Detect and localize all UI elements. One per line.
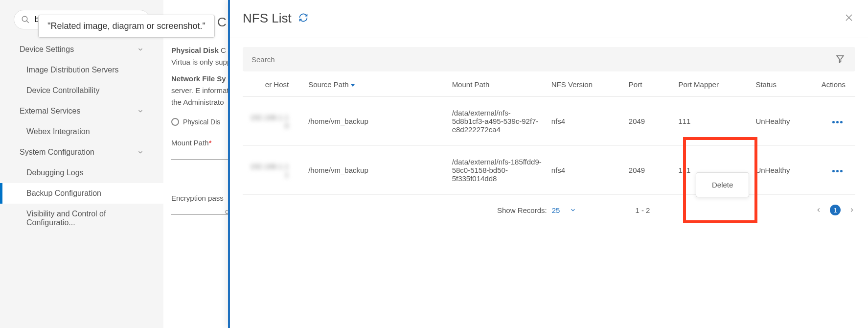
- nfs-version-value: nfs4: [547, 146, 624, 195]
- row-action-menu: Delete: [696, 172, 749, 197]
- nav-group-system-config[interactable]: System Configuration: [0, 142, 163, 163]
- svg-point-0: [22, 16, 27, 22]
- nav-group-label: System Configuration: [20, 148, 94, 157]
- svg-line-1: [26, 21, 29, 23]
- sidebar: "Related image, diagram or screenshot." …: [0, 0, 163, 328]
- nav-group-label: External Services: [20, 107, 81, 116]
- col-port-mapper[interactable]: Port Mapper: [673, 71, 751, 97]
- row-actions-button[interactable]: [829, 167, 845, 175]
- radio-icon: [171, 118, 179, 126]
- col-port[interactable]: Port: [624, 71, 674, 97]
- port-value: 2049: [624, 146, 674, 195]
- row-actions-button[interactable]: [829, 118, 845, 126]
- close-icon[interactable]: [845, 13, 853, 23]
- nav-group-external-services[interactable]: External Services: [0, 101, 163, 121]
- port-value: 2049: [624, 97, 674, 146]
- refresh-icon[interactable]: [298, 13, 308, 24]
- table-search-bar: [243, 47, 855, 71]
- nav-group-device-settings[interactable]: Device Settings: [0, 39, 163, 60]
- search-icon: [21, 15, 30, 24]
- modal-title: NFS List: [243, 11, 292, 26]
- sidebar-item-debug-logs[interactable]: Debugging Logs: [0, 163, 163, 183]
- col-source-path[interactable]: Source Path: [303, 71, 447, 97]
- source-path-value: /home/vm_backup: [303, 146, 447, 195]
- paragraph-lead: Physical Disk: [171, 46, 219, 54]
- sidebar-item-image-dist[interactable]: Image Distribution Servers: [0, 60, 163, 80]
- chevron-down-icon: [137, 108, 144, 115]
- delete-action[interactable]: Delete: [712, 181, 733, 189]
- sort-caret-icon: [351, 84, 355, 87]
- page-prev-icon[interactable]: [815, 207, 822, 213]
- col-host[interactable]: er Host: [243, 71, 303, 97]
- status-value: UnHealthy: [751, 97, 811, 146]
- nfs-version-value: nfs4: [547, 97, 624, 146]
- nfs-list-panel: NFS List er Host Source Path Mount Path …: [228, 0, 868, 328]
- page-next-icon[interactable]: [848, 207, 855, 213]
- mount-path-value: /data/external/nfs-5d8b1cf3-a495-539c-92…: [447, 97, 547, 146]
- table-pager: Show Records: 25 1 - 2 1: [230, 195, 868, 215]
- page-current[interactable]: 1: [830, 205, 841, 215]
- col-status[interactable]: Status: [751, 71, 811, 97]
- show-records-select[interactable]: 25: [552, 206, 560, 214]
- chevron-down-icon: [137, 46, 144, 53]
- sidebar-item-webex[interactable]: Webex Integration: [0, 121, 163, 142]
- sidebar-item-backup-config[interactable]: Backup Configuration: [0, 183, 163, 204]
- col-mount-path[interactable]: Mount Path: [447, 71, 547, 97]
- sidebar-item-visibility[interactable]: Visibility and Control of Configuratio..…: [0, 204, 163, 233]
- col-nfs-version[interactable]: NFS Version: [547, 71, 624, 97]
- nfs-table: er Host Source Path Mount Path NFS Versi…: [243, 71, 855, 195]
- host-value: 192.168.1.10: [250, 113, 289, 130]
- host-value: 192.168.1.11: [250, 162, 289, 179]
- filter-icon[interactable]: [825, 54, 855, 65]
- page-range: 1 - 2: [635, 206, 650, 214]
- status-value: UnHealthy: [751, 146, 811, 195]
- port-mapper-value: 111: [673, 97, 751, 146]
- search-tooltip: "Related image, diagram or screenshot.": [38, 15, 215, 38]
- table-row: 192.168.1.10 /home/vm_backup /data/exter…: [243, 97, 855, 146]
- svg-marker-4: [837, 56, 844, 63]
- sidebar-item-device-ctrl[interactable]: Device Controllability: [0, 80, 163, 101]
- col-actions: Actions: [812, 71, 855, 97]
- nav-group-label: Device Settings: [20, 45, 74, 54]
- paragraph-lead: Network File Sy: [171, 74, 226, 83]
- table-search-input[interactable]: [243, 55, 825, 64]
- chevron-down-icon: [137, 149, 144, 156]
- chevron-down-icon[interactable]: [570, 207, 576, 213]
- mount-path-value: /data/external/nfs-185ffdd9-58c0-5158-bd…: [447, 146, 547, 195]
- show-records-label: Show Records:: [497, 206, 547, 214]
- table-row: 192.168.1.11 /home/vm_backup /data/exter…: [243, 146, 855, 195]
- source-path-value: /home/vm_backup: [303, 97, 447, 146]
